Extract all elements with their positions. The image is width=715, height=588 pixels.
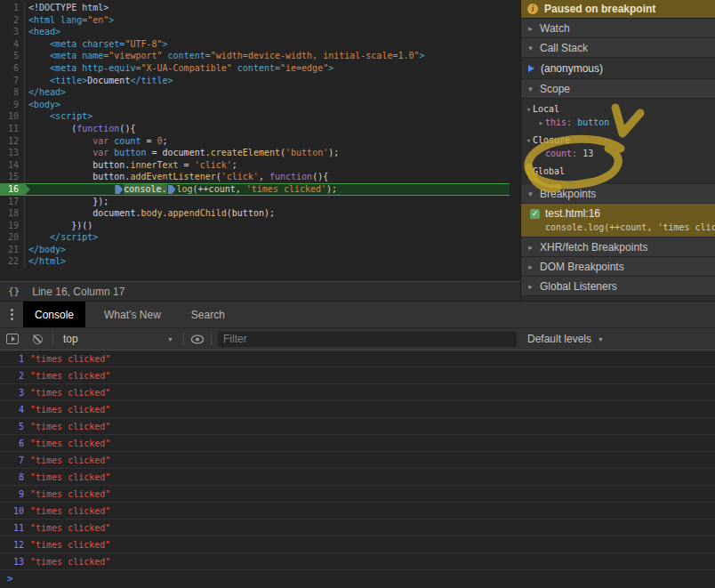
code-line[interactable]: 9<body> (0, 99, 520, 111)
code-line-content[interactable]: <meta charset="UTF-8"> (25, 38, 520, 51)
tab-search[interactable]: Search (180, 302, 237, 327)
tab-whats-new[interactable]: What’s New (92, 302, 173, 327)
line-number[interactable]: 18 (0, 207, 25, 220)
dom-breakpoints-section-header[interactable]: ▸ DOM Breakpoints (521, 257, 715, 277)
code-line[interactable]: 6 <meta http-equiv="X-UA-Compatible" con… (0, 62, 520, 75)
code-line-content[interactable]: </script> (25, 231, 520, 244)
line-number[interactable]: 21 (0, 244, 25, 256)
code-line-content[interactable]: <!DOCTYPE html> (25, 2, 520, 14)
call-stack-section-header[interactable]: ▾ Call Stack (521, 38, 715, 58)
code-line-content[interactable]: </html> (25, 255, 520, 268)
code-line[interactable]: 21</body> (0, 244, 520, 256)
code-line[interactable]: 3<head> (0, 26, 520, 38)
code-line-content[interactable]: }); (25, 196, 520, 208)
code-line-content[interactable]: button.innerText = 'click'; (25, 159, 520, 172)
line-number[interactable]: 11 (0, 123, 25, 135)
line-number[interactable]: 22 (0, 255, 25, 268)
code-line-content[interactable]: button.addEventListener('click', functio… (25, 171, 520, 183)
code-line-content[interactable]: document.body.appendChild(button); (25, 207, 520, 220)
inline-breakpoint-marker-icon[interactable] (168, 185, 176, 194)
code-line[interactable]: 10 <script> (0, 110, 520, 123)
code-line-content[interactable]: <meta name="viewport" content="width=dev… (25, 50, 520, 62)
line-number[interactable]: 12 (0, 135, 25, 148)
code-line-content[interactable]: <head> (25, 26, 520, 38)
eye-icon[interactable] (190, 334, 205, 344)
code-line-content[interactable]: var button = document.createElement('but… (25, 147, 520, 159)
line-number[interactable]: 17 (0, 196, 25, 208)
line-number[interactable]: 19 (0, 220, 25, 232)
global-listeners-section-header[interactable]: ▸ Global Listeners (521, 277, 715, 296)
code-token: ; (232, 160, 237, 170)
line-number[interactable]: 5 (0, 50, 25, 62)
code-line[interactable]: 7 <title>Document</title> (0, 75, 520, 87)
code-line[interactable]: 1<!DOCTYPE html> (0, 2, 520, 14)
xhr-breakpoints-section-header[interactable]: ▸ XHR/fetch Breakpoints (521, 238, 715, 257)
line-number[interactable]: 14 (0, 159, 25, 172)
line-number[interactable]: 7 (0, 75, 25, 87)
line-number[interactable]: 9 (0, 99, 25, 111)
code-line[interactable]: 12 var count = 0; (0, 135, 520, 148)
line-number[interactable]: 3 (0, 26, 25, 38)
code-line[interactable]: 17 }); (0, 196, 520, 208)
line-number[interactable]: 2 (0, 14, 25, 27)
code-line[interactable]: 20 </script> (0, 231, 520, 244)
console-string-value: "times clicked" (30, 472, 110, 482)
javascript-context-dropdown[interactable]: top ▼ (60, 333, 177, 345)
code-line[interactable]: 8</head> (0, 86, 520, 99)
code-line-content[interactable]: </head> (25, 86, 520, 99)
more-menu-icon[interactable] (0, 302, 23, 327)
clear-console-icon[interactable] (33, 334, 43, 344)
code-line-content[interactable]: </body> (25, 244, 520, 256)
line-number[interactable]: 4 (0, 38, 25, 51)
code-line-content[interactable]: var count = 0; (25, 135, 520, 148)
code-line[interactable]: 18 document.body.appendChild(button); (0, 207, 520, 220)
breakpoints-section-header[interactable]: ▾ Breakpoints (521, 184, 715, 204)
filter-input[interactable] (218, 332, 517, 347)
console-prompt[interactable]: > (0, 570, 715, 586)
code-line-content[interactable]: })() (25, 220, 520, 232)
code-line[interactable]: 16 console.log(++count, 'times clicked')… (0, 183, 520, 196)
code-line[interactable]: 14 button.innerText = 'click'; (0, 159, 520, 172)
line-number[interactable]: 20 (0, 231, 25, 244)
code-line[interactable]: 15 button.addEventListener('click', func… (0, 171, 520, 183)
line-number[interactable]: 8 (0, 86, 25, 99)
line-number[interactable]: 16 (0, 183, 25, 196)
code-line[interactable]: 11 (function(){ (0, 123, 520, 135)
log-levels-dropdown[interactable]: Default levels ▼ (527, 333, 604, 345)
show-console-sidebar-icon[interactable] (6, 334, 19, 344)
code-line-content[interactable]: <body> (25, 99, 520, 111)
scope-group-closure[interactable]: ▾Closure (521, 133, 715, 147)
code-line-content[interactable]: <html lang="en"> (25, 14, 520, 27)
code-editor[interactable]: 1<!DOCTYPE html>2<html lang="en">3<head>… (0, 0, 520, 281)
scope-section-header[interactable]: ▾ Scope (521, 79, 715, 99)
code-token: </body> (28, 245, 66, 254)
code-line[interactable]: 22</html> (0, 255, 520, 268)
code-line[interactable]: 5 <meta name="viewport" content="width=d… (0, 50, 520, 62)
code-token: "ie=edge" (280, 63, 328, 73)
breakpoint-checkbox[interactable]: ✓ (530, 209, 540, 219)
chevron-right-icon: ▸ (526, 243, 534, 252)
code-line-content[interactable]: <meta http-equiv="X-UA-Compatible" conte… (25, 62, 520, 75)
line-number[interactable]: 13 (0, 147, 25, 159)
code-line[interactable]: 19 })() (0, 220, 520, 232)
watch-section-header[interactable]: ▸ Watch (521, 19, 715, 38)
scope-group-global[interactable]: ▸Global (521, 165, 715, 178)
line-number[interactable]: 15 (0, 171, 25, 183)
line-number[interactable]: 10 (0, 110, 25, 123)
scope-variable[interactable]: ▸this: button (521, 116, 715, 129)
code-line-content[interactable]: <title>Document</title> (25, 75, 520, 87)
code-line-content[interactable]: (function(){ (25, 123, 520, 135)
code-line-content[interactable]: console.log(++count, 'times clicked'); (25, 183, 510, 196)
line-number[interactable]: 6 (0, 62, 25, 75)
inline-breakpoint-marker-icon[interactable] (115, 185, 123, 194)
code-line-content[interactable]: <script> (25, 110, 520, 123)
code-line[interactable]: 13 var button = document.createElement('… (0, 147, 520, 159)
breakpoint-entry[interactable]: ✓ test.html:16 console.log(++count, 'tim… (521, 204, 715, 238)
code-line[interactable]: 2<html lang="en"> (0, 14, 520, 27)
line-number[interactable]: 1 (0, 2, 25, 14)
pretty-print-icon[interactable]: {} (8, 286, 20, 297)
tab-console[interactable]: Console (23, 302, 85, 327)
call-stack-frame[interactable]: (anonymous) (521, 58, 715, 79)
code-line[interactable]: 4 <meta charset="UTF-8"> (0, 38, 520, 51)
scope-group-local[interactable]: ▾Local (521, 102, 715, 116)
